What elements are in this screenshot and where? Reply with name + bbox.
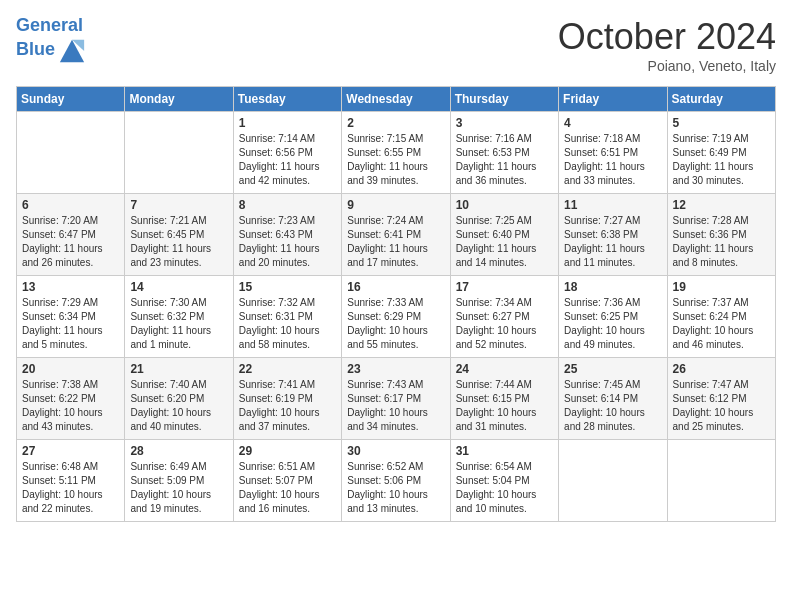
- cell-content: Sunrise: 7:45 AM Sunset: 6:14 PM Dayligh…: [564, 378, 661, 434]
- cell-content: Sunrise: 6:54 AM Sunset: 5:04 PM Dayligh…: [456, 460, 553, 516]
- day-number: 17: [456, 280, 553, 294]
- calendar-cell: 2Sunrise: 7:15 AM Sunset: 6:55 PM Daylig…: [342, 112, 450, 194]
- day-number: 19: [673, 280, 770, 294]
- calendar-cell: 29Sunrise: 6:51 AM Sunset: 5:07 PM Dayli…: [233, 440, 341, 522]
- day-number: 13: [22, 280, 119, 294]
- week-row-3: 13Sunrise: 7:29 AM Sunset: 6:34 PM Dayli…: [17, 276, 776, 358]
- cell-content: Sunrise: 7:43 AM Sunset: 6:17 PM Dayligh…: [347, 378, 444, 434]
- calendar-cell: 24Sunrise: 7:44 AM Sunset: 6:15 PM Dayli…: [450, 358, 558, 440]
- calendar-cell: 1Sunrise: 7:14 AM Sunset: 6:56 PM Daylig…: [233, 112, 341, 194]
- calendar-cell: 25Sunrise: 7:45 AM Sunset: 6:14 PM Dayli…: [559, 358, 667, 440]
- week-row-4: 20Sunrise: 7:38 AM Sunset: 6:22 PM Dayli…: [17, 358, 776, 440]
- calendar-cell: 7Sunrise: 7:21 AM Sunset: 6:45 PM Daylig…: [125, 194, 233, 276]
- calendar-cell: 3Sunrise: 7:16 AM Sunset: 6:53 PM Daylig…: [450, 112, 558, 194]
- day-number: 12: [673, 198, 770, 212]
- calendar-cell: 18Sunrise: 7:36 AM Sunset: 6:25 PM Dayli…: [559, 276, 667, 358]
- calendar-cell: 13Sunrise: 7:29 AM Sunset: 6:34 PM Dayli…: [17, 276, 125, 358]
- day-header-friday: Friday: [559, 87, 667, 112]
- title-block: October 2024 Poiano, Veneto, Italy: [558, 16, 776, 74]
- day-number: 14: [130, 280, 227, 294]
- cell-content: Sunrise: 7:21 AM Sunset: 6:45 PM Dayligh…: [130, 214, 227, 270]
- cell-content: Sunrise: 7:32 AM Sunset: 6:31 PM Dayligh…: [239, 296, 336, 352]
- calendar-cell: 17Sunrise: 7:34 AM Sunset: 6:27 PM Dayli…: [450, 276, 558, 358]
- cell-content: Sunrise: 7:24 AM Sunset: 6:41 PM Dayligh…: [347, 214, 444, 270]
- cell-content: Sunrise: 7:28 AM Sunset: 6:36 PM Dayligh…: [673, 214, 770, 270]
- calendar-cell: 23Sunrise: 7:43 AM Sunset: 6:17 PM Dayli…: [342, 358, 450, 440]
- calendar-cell: 28Sunrise: 6:49 AM Sunset: 5:09 PM Dayli…: [125, 440, 233, 522]
- calendar-cell: 30Sunrise: 6:52 AM Sunset: 5:06 PM Dayli…: [342, 440, 450, 522]
- day-number: 3: [456, 116, 553, 130]
- day-number: 5: [673, 116, 770, 130]
- cell-content: Sunrise: 6:51 AM Sunset: 5:07 PM Dayligh…: [239, 460, 336, 516]
- calendar-cell: [17, 112, 125, 194]
- calendar-cell: 11Sunrise: 7:27 AM Sunset: 6:38 PM Dayli…: [559, 194, 667, 276]
- day-number: 18: [564, 280, 661, 294]
- cell-content: Sunrise: 6:49 AM Sunset: 5:09 PM Dayligh…: [130, 460, 227, 516]
- cell-content: Sunrise: 7:19 AM Sunset: 6:49 PM Dayligh…: [673, 132, 770, 188]
- calendar-cell: 9Sunrise: 7:24 AM Sunset: 6:41 PM Daylig…: [342, 194, 450, 276]
- calendar-cell: 12Sunrise: 7:28 AM Sunset: 6:36 PM Dayli…: [667, 194, 775, 276]
- calendar-cell: 14Sunrise: 7:30 AM Sunset: 6:32 PM Dayli…: [125, 276, 233, 358]
- calendar-cell: 26Sunrise: 7:47 AM Sunset: 6:12 PM Dayli…: [667, 358, 775, 440]
- day-number: 29: [239, 444, 336, 458]
- day-number: 16: [347, 280, 444, 294]
- day-number: 30: [347, 444, 444, 458]
- cell-content: Sunrise: 7:38 AM Sunset: 6:22 PM Dayligh…: [22, 378, 119, 434]
- calendar-cell: 22Sunrise: 7:41 AM Sunset: 6:19 PM Dayli…: [233, 358, 341, 440]
- cell-content: Sunrise: 6:52 AM Sunset: 5:06 PM Dayligh…: [347, 460, 444, 516]
- page-header: General Blue October 2024 Poiano, Veneto…: [16, 16, 776, 74]
- day-number: 11: [564, 198, 661, 212]
- day-number: 21: [130, 362, 227, 376]
- day-header-thursday: Thursday: [450, 87, 558, 112]
- day-number: 2: [347, 116, 444, 130]
- cell-content: Sunrise: 7:27 AM Sunset: 6:38 PM Dayligh…: [564, 214, 661, 270]
- day-number: 1: [239, 116, 336, 130]
- calendar-cell: 4Sunrise: 7:18 AM Sunset: 6:51 PM Daylig…: [559, 112, 667, 194]
- cell-content: Sunrise: 7:30 AM Sunset: 6:32 PM Dayligh…: [130, 296, 227, 352]
- cell-content: Sunrise: 7:23 AM Sunset: 6:43 PM Dayligh…: [239, 214, 336, 270]
- day-number: 22: [239, 362, 336, 376]
- calendar-cell: [559, 440, 667, 522]
- week-row-2: 6Sunrise: 7:20 AM Sunset: 6:47 PM Daylig…: [17, 194, 776, 276]
- day-number: 8: [239, 198, 336, 212]
- cell-content: Sunrise: 7:41 AM Sunset: 6:19 PM Dayligh…: [239, 378, 336, 434]
- calendar-table: SundayMondayTuesdayWednesdayThursdayFrid…: [16, 86, 776, 522]
- logo-text: General Blue: [16, 16, 86, 64]
- day-number: 4: [564, 116, 661, 130]
- calendar-cell: 5Sunrise: 7:19 AM Sunset: 6:49 PM Daylig…: [667, 112, 775, 194]
- day-number: 10: [456, 198, 553, 212]
- day-number: 15: [239, 280, 336, 294]
- month-title: October 2024: [558, 16, 776, 58]
- cell-content: Sunrise: 7:36 AM Sunset: 6:25 PM Dayligh…: [564, 296, 661, 352]
- calendar-cell: 20Sunrise: 7:38 AM Sunset: 6:22 PM Dayli…: [17, 358, 125, 440]
- day-number: 24: [456, 362, 553, 376]
- cell-content: Sunrise: 7:33 AM Sunset: 6:29 PM Dayligh…: [347, 296, 444, 352]
- day-header-wednesday: Wednesday: [342, 87, 450, 112]
- cell-content: Sunrise: 7:14 AM Sunset: 6:56 PM Dayligh…: [239, 132, 336, 188]
- calendar-cell: [125, 112, 233, 194]
- cell-content: Sunrise: 7:40 AM Sunset: 6:20 PM Dayligh…: [130, 378, 227, 434]
- day-number: 6: [22, 198, 119, 212]
- day-number: 31: [456, 444, 553, 458]
- day-header-sunday: Sunday: [17, 87, 125, 112]
- cell-content: Sunrise: 7:16 AM Sunset: 6:53 PM Dayligh…: [456, 132, 553, 188]
- cell-content: Sunrise: 7:29 AM Sunset: 6:34 PM Dayligh…: [22, 296, 119, 352]
- calendar-cell: 15Sunrise: 7:32 AM Sunset: 6:31 PM Dayli…: [233, 276, 341, 358]
- day-number: 20: [22, 362, 119, 376]
- day-number: 7: [130, 198, 227, 212]
- calendar-cell: 31Sunrise: 6:54 AM Sunset: 5:04 PM Dayli…: [450, 440, 558, 522]
- calendar-cell: [667, 440, 775, 522]
- cell-content: Sunrise: 7:44 AM Sunset: 6:15 PM Dayligh…: [456, 378, 553, 434]
- day-number: 9: [347, 198, 444, 212]
- calendar-cell: 21Sunrise: 7:40 AM Sunset: 6:20 PM Dayli…: [125, 358, 233, 440]
- calendar-cell: 16Sunrise: 7:33 AM Sunset: 6:29 PM Dayli…: [342, 276, 450, 358]
- cell-content: Sunrise: 7:20 AM Sunset: 6:47 PM Dayligh…: [22, 214, 119, 270]
- week-row-1: 1Sunrise: 7:14 AM Sunset: 6:56 PM Daylig…: [17, 112, 776, 194]
- header-row: SundayMondayTuesdayWednesdayThursdayFrid…: [17, 87, 776, 112]
- cell-content: Sunrise: 6:48 AM Sunset: 5:11 PM Dayligh…: [22, 460, 119, 516]
- day-number: 23: [347, 362, 444, 376]
- calendar-cell: 19Sunrise: 7:37 AM Sunset: 6:24 PM Dayli…: [667, 276, 775, 358]
- location: Poiano, Veneto, Italy: [558, 58, 776, 74]
- calendar-cell: 8Sunrise: 7:23 AM Sunset: 6:43 PM Daylig…: [233, 194, 341, 276]
- day-header-monday: Monday: [125, 87, 233, 112]
